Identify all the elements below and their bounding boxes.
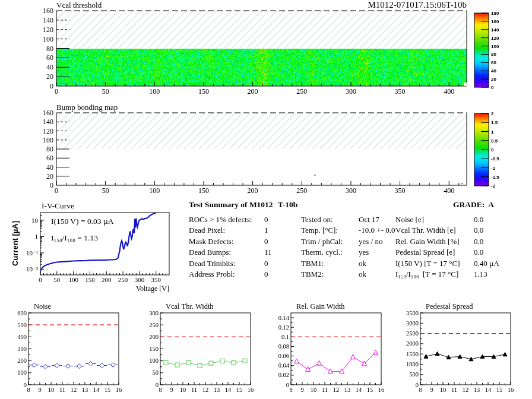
summary-value: yes / no <box>359 237 382 246</box>
defect-dot <box>314 175 316 176</box>
svg-text:10⁻²: 10⁻² <box>26 265 39 273</box>
svg-text:300: 300 <box>17 346 27 352</box>
svg-text:400: 400 <box>444 87 454 96</box>
svg-text:1500: 1500 <box>406 351 419 357</box>
svg-text:I₁₅₀/I₁₀₀ = 1.13: I₁₅₀/I₁₀₀ = 1.13 <box>51 233 98 242</box>
summary-value: yes <box>359 248 369 257</box>
svg-text:50: 50 <box>102 186 109 195</box>
svg-text:2: 2 <box>491 111 494 116</box>
svg-text:13: 13 <box>344 387 351 393</box>
svg-text:M1012-071017.15:06T-10b: M1012-071017.15:06T-10b <box>368 0 467 10</box>
svg-text:100: 100 <box>491 44 499 49</box>
svg-text:100: 100 <box>149 87 160 96</box>
svg-text:150: 150 <box>198 87 209 96</box>
svg-text:1: 1 <box>35 233 39 240</box>
svg-text:140: 140 <box>43 16 53 24</box>
svg-text:12: 12 <box>463 387 469 393</box>
grade-text: GRADE: A <box>453 200 494 210</box>
svg-text:100: 100 <box>43 136 53 144</box>
svg-text:I-V-Curve: I-V-Curve <box>42 201 74 210</box>
svg-text:10: 10 <box>311 387 317 393</box>
summary-label: Therm. cycl.: <box>301 248 343 257</box>
svg-text:8: 8 <box>27 387 30 393</box>
summary-label: Dead Trimbits: <box>189 259 235 268</box>
svg-text:1000: 1000 <box>406 361 419 368</box>
svg-text:80: 80 <box>491 52 496 57</box>
svg-text:15: 15 <box>104 387 111 393</box>
svg-text:13: 13 <box>82 387 88 393</box>
svg-text:10: 10 <box>48 387 55 393</box>
svg-text:0: 0 <box>286 382 289 388</box>
svg-text:140: 140 <box>491 27 499 33</box>
summary-label: TBM1: <box>301 259 324 268</box>
svg-text:0: 0 <box>55 186 58 195</box>
svg-text:9: 9 <box>38 387 41 393</box>
svg-text:0: 0 <box>491 85 494 90</box>
svg-text:-0.5: -0.5 <box>491 156 499 162</box>
summary-value: -10.0 +- 0.0 <box>359 226 395 235</box>
svg-text:200: 200 <box>17 357 27 364</box>
svg-text:3500: 3500 <box>406 310 419 316</box>
svg-text:13: 13 <box>474 387 480 393</box>
summary-label: Tested on: <box>301 215 333 224</box>
svg-text:0: 0 <box>491 147 494 153</box>
svg-text:120: 120 <box>43 26 53 34</box>
noise-markers <box>29 362 118 369</box>
summary-label: TBM2: <box>301 270 324 279</box>
summary-label: Vcal Thr. Width [e] <box>395 226 456 235</box>
svg-text:10: 10 <box>440 387 446 393</box>
svg-text:-2: -2 <box>491 183 496 189</box>
summary-heading-temp: T-10b <box>278 200 297 210</box>
svg-text:0.02: 0.02 <box>278 372 289 378</box>
trend-plot-rel_gain_width: 00.020.040.060.080.10.120.14891011121314… <box>278 302 385 393</box>
svg-text:Rel. Gain Width: Rel. Gain Width <box>296 302 345 311</box>
svg-text:0: 0 <box>50 82 53 90</box>
svg-text:100: 100 <box>68 276 78 283</box>
svg-text:11: 11 <box>451 387 457 393</box>
summary-value: Oct 17 <box>359 215 379 224</box>
svg-text:0.04: 0.04 <box>278 362 290 369</box>
trend-plot-vcal_thr_width: 0501001502002503008910111213141516Vcal T… <box>149 302 254 393</box>
summary-value: 0.40 µA <box>474 259 499 268</box>
svg-text:100: 100 <box>149 186 160 195</box>
svg-text:0.12: 0.12 <box>278 324 289 331</box>
svg-text:250: 250 <box>296 87 307 96</box>
svg-text:60: 60 <box>46 154 53 162</box>
svg-text:Vcal threshold: Vcal threshold <box>56 1 102 10</box>
summary-heading: Test Summary of M1012 <box>189 200 273 210</box>
svg-text:0.14: 0.14 <box>278 315 290 321</box>
svg-text:200: 200 <box>102 276 112 283</box>
svg-text:14: 14 <box>225 387 232 393</box>
svg-text:Current [µA]: Current [µA] <box>11 221 20 266</box>
svg-text:350: 350 <box>151 276 161 283</box>
summary-value: 11 <box>264 248 272 257</box>
summary-value: 0 <box>264 237 268 246</box>
rel_gain_width-markers <box>294 350 378 373</box>
defect-dot <box>461 183 463 184</box>
colorbar-bump_bonding: 21.510.50-0.5-1-1.5-2 <box>474 111 499 189</box>
svg-text:20: 20 <box>491 77 496 82</box>
trend-plot-pedestal_spread: 0500100015002000250030003500891011121314… <box>406 302 514 393</box>
svg-text:250: 250 <box>149 322 159 328</box>
svg-text:14: 14 <box>485 387 492 393</box>
summary-value: 0.0 <box>474 215 483 224</box>
summary-label: Rel. Gain Width [%] <box>395 237 460 246</box>
summary-value: 0 <box>264 259 268 268</box>
summary-label: I₁₅₀/I₁₀₀ [T = 17 °C] <box>395 270 458 279</box>
svg-text:50: 50 <box>153 369 159 376</box>
summary-label: Noise [e] <box>395 215 424 224</box>
summary-value: 1 <box>264 226 268 235</box>
svg-text:8: 8 <box>159 387 162 393</box>
svg-text:160: 160 <box>43 7 53 15</box>
svg-text:200: 200 <box>149 334 159 340</box>
svg-text:150: 150 <box>198 186 209 195</box>
svg-text:10⁻¹: 10⁻¹ <box>26 249 38 256</box>
svg-text:20: 20 <box>46 72 53 81</box>
svg-text:200: 200 <box>248 186 258 195</box>
svg-text:0.06: 0.06 <box>278 353 289 359</box>
vcal-map-notch <box>464 83 467 86</box>
pedestal_spread-markers <box>424 352 507 360</box>
svg-text:0: 0 <box>55 87 58 96</box>
summary-label: Trim / phCal: <box>301 237 343 246</box>
svg-text:120: 120 <box>43 127 53 135</box>
